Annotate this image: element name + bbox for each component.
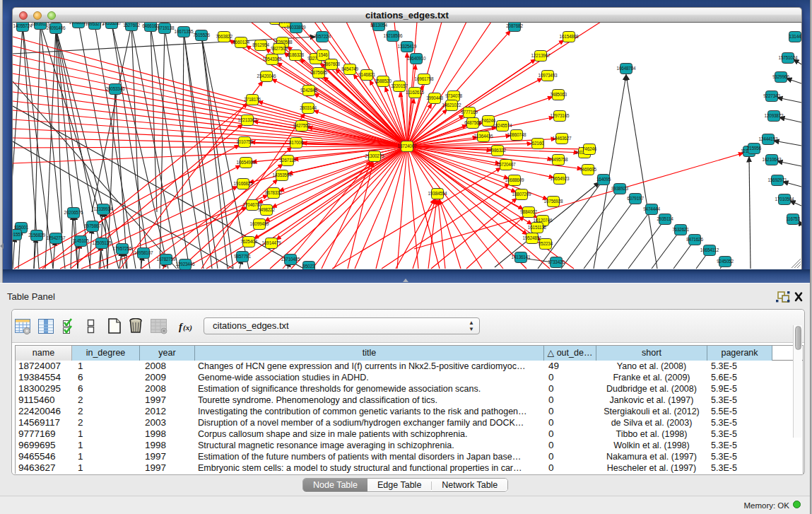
svg-text:9245052: 9245052 (717, 259, 734, 264)
svg-text:12923446: 12923446 (176, 262, 195, 267)
svg-text:12093872: 12093872 (765, 113, 784, 118)
svg-text:3220157: 3220157 (391, 83, 408, 88)
svg-text:746246: 746246 (481, 118, 496, 123)
svg-text:9469695: 9469695 (579, 167, 596, 172)
svg-text:16154808: 16154808 (560, 34, 579, 39)
svg-text:3267110: 3267110 (279, 158, 296, 163)
svg-text:10654112: 10654112 (700, 247, 719, 252)
svg-text:9777169: 9777169 (461, 110, 478, 115)
svg-text:15720407: 15720407 (497, 162, 516, 167)
svg-text:16120746: 16120746 (534, 218, 553, 223)
svg-text:10756928: 10756928 (544, 199, 563, 204)
svg-text:7625402: 7625402 (240, 239, 257, 244)
svg-text:9975867: 9975867 (84, 223, 101, 228)
svg-text:7515526: 7515526 (193, 33, 210, 37)
svg-text:1527602: 1527602 (123, 23, 140, 28)
svg-text:12213967: 12213967 (531, 53, 551, 58)
svg-text:2867608: 2867608 (323, 62, 340, 66)
svg-text:8186328: 8186328 (287, 52, 304, 57)
svg-text:8678332: 8678332 (265, 190, 282, 195)
svg-text:391557: 391557 (12, 232, 23, 237)
svg-text:9329966: 9329966 (772, 74, 789, 79)
svg-text:10719138: 10719138 (155, 25, 175, 30)
svg-text:7663822: 7663822 (216, 34, 233, 39)
svg-text:10654988: 10654988 (237, 160, 256, 165)
svg-text:7632621: 7632621 (672, 227, 689, 232)
svg-text:19384554: 19384554 (428, 191, 447, 196)
svg-text:2935114: 2935114 (657, 216, 673, 221)
svg-text:21300273: 21300273 (365, 153, 384, 158)
svg-text:9857791: 9857791 (234, 254, 251, 259)
svg-text:1145105: 1145105 (72, 238, 89, 243)
svg-text:15751024: 15751024 (779, 55, 798, 60)
svg-text:9734078: 9734078 (445, 93, 462, 98)
svg-text:16914479: 16914479 (262, 240, 281, 245)
svg-text:2803144: 2803144 (300, 105, 317, 110)
svg-text:12942757: 12942757 (47, 235, 66, 240)
svg-text:15692971: 15692971 (768, 177, 787, 182)
svg-text:16151132: 16151132 (528, 225, 547, 230)
svg-text:23420046: 23420046 (257, 74, 276, 78)
svg-text:12339934: 12339934 (94, 206, 113, 211)
svg-text:164095: 164095 (596, 177, 611, 182)
svg-text:8471626: 8471626 (686, 237, 703, 242)
svg-text:16210643: 16210643 (763, 157, 782, 162)
svg-text:9498222: 9498222 (258, 207, 275, 212)
svg-text:746246: 746246 (582, 146, 597, 151)
svg-text:2718176: 2718176 (244, 97, 261, 102)
svg-text:14353594: 14353594 (273, 173, 292, 177)
svg-text:6379197: 6379197 (627, 196, 644, 201)
svg-text:11162615: 11162615 (406, 90, 425, 95)
svg-text:10860748: 10860748 (507, 132, 526, 137)
svg-text:1546: 1546 (318, 52, 328, 57)
svg-text:16099489: 16099489 (250, 221, 269, 226)
svg-text:116753: 116753 (786, 216, 800, 221)
svg-text:95023: 95023 (303, 264, 315, 269)
svg-text:14055724: 14055724 (13, 23, 33, 28)
svg-text:18807209: 18807209 (512, 192, 531, 197)
svg-text:15710485: 15710485 (281, 257, 300, 262)
svg-text:19218506: 19218506 (384, 33, 403, 38)
svg-text:8912954: 8912954 (252, 42, 269, 47)
svg-text:215956: 215956 (747, 146, 762, 151)
svg-text:10973493: 10973493 (539, 73, 558, 78)
svg-text:19166825: 19166825 (234, 181, 253, 186)
svg-text:13325419: 13325419 (398, 44, 417, 49)
svg-text:2156829: 2156829 (28, 233, 45, 238)
svg-text:18640910: 18640910 (407, 56, 426, 61)
svg-text:417006: 417006 (289, 140, 304, 145)
svg-text:7986322: 7986322 (489, 148, 506, 153)
svg-text:18495758: 18495758 (549, 157, 568, 162)
svg-text:8660124: 8660124 (233, 40, 249, 45)
svg-text:18724007: 18724007 (398, 144, 417, 148)
svg-text:12444153: 12444153 (759, 136, 778, 141)
svg-text:13144: 13144 (789, 34, 801, 39)
svg-text:14136141: 14136141 (512, 255, 531, 259)
svg-text:17957255: 17957255 (113, 246, 132, 251)
svg-text:1010755: 1010755 (236, 139, 253, 144)
svg-text:62160: 62160 (532, 141, 544, 146)
svg-text:20206576: 20206576 (64, 210, 83, 215)
svg-text:7357224: 7357224 (314, 34, 331, 39)
svg-text:17010504: 17010504 (775, 197, 794, 201)
svg-text:20091406: 20091406 (47, 25, 66, 30)
svg-text:10958107: 10958107 (134, 250, 153, 255)
svg-text:16961758: 16961758 (415, 76, 434, 81)
svg-text:10543362: 10543362 (263, 57, 282, 62)
svg-text:10553287: 10553287 (102, 23, 122, 25)
svg-text:10671355: 10671355 (175, 29, 194, 34)
svg-text:16033809: 16033809 (287, 25, 306, 30)
svg-text:(x): (x) (183, 323, 192, 332)
svg-text:8938923: 8938923 (611, 186, 628, 191)
svg-text:9242848: 9242848 (300, 88, 317, 93)
svg-text:2087682: 2087682 (506, 23, 523, 28)
svg-text:6487568: 6487568 (464, 120, 481, 125)
svg-text:835001: 835001 (14, 225, 29, 230)
svg-text:9227343: 9227343 (763, 93, 780, 98)
svg-text:252234: 252234 (539, 241, 553, 246)
svg-text:21364436: 21364436 (474, 134, 493, 139)
svg-text:12505135: 12505135 (93, 240, 112, 245)
svg-text:14621022: 14621022 (442, 103, 461, 107)
svg-text:8427552: 8427552 (293, 123, 310, 128)
svg-text:16648784: 16648784 (617, 66, 636, 71)
